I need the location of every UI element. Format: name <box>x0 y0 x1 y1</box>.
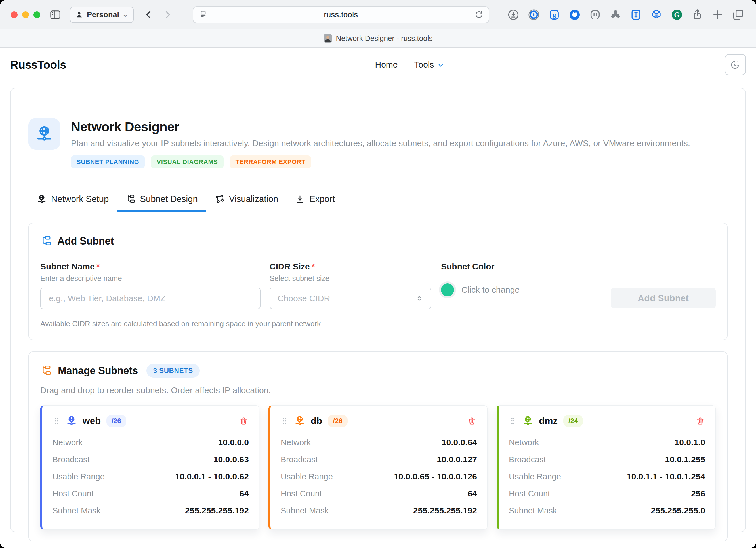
site-header: RussTools Home Tools <box>0 48 756 82</box>
tab-export[interactable]: Export <box>287 190 343 212</box>
select-chevrons-icon <box>415 294 423 302</box>
subnet-detail-rows: Network 10.0.0.0 Broadcast 10.0.0.63 Usa… <box>53 434 249 519</box>
cat-extension-icon[interactable] <box>568 8 582 22</box>
delete-subnet-button[interactable] <box>239 416 249 426</box>
page-description: Plan and visualize your IP subnets inter… <box>71 139 690 148</box>
svg-text:G: G <box>674 11 679 19</box>
subnet-cards: web /26 Network 10.0.0.0 Broadcast 10.0.… <box>40 405 716 530</box>
instapaper-extension-icon[interactable] <box>629 8 643 22</box>
add-subnet-button[interactable]: Add Subnet <box>611 288 716 308</box>
detail-label: Subnet Mask <box>509 506 557 515</box>
history-nav <box>142 8 175 22</box>
nav-item-tools[interactable]: Tools <box>414 60 444 70</box>
tab-network-setup[interactable]: Network Setup <box>28 190 117 212</box>
detail-value: 64 <box>240 489 249 498</box>
manage-subnets-panel: Manage Subnets 3 SUBNETS Drag and drop t… <box>28 351 728 541</box>
required-asterisk: * <box>312 262 315 271</box>
detail-value: 10.0.0.65 - 10.0.0.126 <box>394 472 477 481</box>
subnet-cidr-badge: /24 <box>563 415 583 427</box>
drag-handle-icon[interactable] <box>53 416 60 426</box>
subnet-cidr-badge: /26 <box>106 415 126 427</box>
zoom-window-button[interactable] <box>33 11 40 18</box>
detail-value: 10.0.1.1 - 10.0.1.254 <box>627 472 705 481</box>
drag-handle-icon[interactable] <box>509 416 517 426</box>
subnet-detail-rows: Network 10.0.1.0 Broadcast 10.0.1.255 Us… <box>509 434 705 519</box>
tab-visualization[interactable]: Visualization <box>206 190 287 212</box>
subnet-detail-row: Usable Range 10.0.0.65 - 10.0.0.126 <box>281 468 477 485</box>
toolbar-right-icons: g <box>506 8 745 22</box>
manage-subnets-title: Manage Subnets <box>58 365 138 377</box>
brand-logo[interactable]: RussTools <box>10 58 66 71</box>
subnet-detail-rows: Network 10.0.0.64 Broadcast 10.0.0.127 U… <box>281 434 477 519</box>
detail-value: 10.0.1.0 <box>675 438 705 447</box>
detail-label: Host Count <box>53 489 94 498</box>
sidebar-toggle-icon[interactable] <box>48 8 62 22</box>
cube-extension-icon[interactable] <box>649 8 663 22</box>
page-title: Network Designer <box>71 119 690 135</box>
g-extension-icon[interactable]: g <box>547 8 561 22</box>
detail-value: 10.0.0.0 <box>218 438 249 447</box>
subnet-count-badge: 3 SUBNETS <box>146 364 200 377</box>
reload-icon[interactable] <box>474 9 484 20</box>
subnet-detail-row: Subnet Mask 255.255.255.0 <box>509 502 705 519</box>
subnet-detail-row: Network 10.0.0.0 <box>53 434 249 451</box>
delete-subnet-button[interactable] <box>467 416 477 426</box>
cidr-select[interactable]: Choose CIDR <box>270 287 431 309</box>
detail-label: Host Count <box>281 489 322 498</box>
subnet-name-input-wrap <box>40 287 261 309</box>
chevron-down-icon: ⌄ <box>123 11 128 18</box>
detail-label: Broadcast <box>509 455 546 464</box>
manage-subnets-description: Drag and drop to reorder subnets. Order … <box>40 385 716 395</box>
list-tree-icon <box>126 194 135 204</box>
subnet-detail-row: Broadcast 10.0.1.255 <box>509 451 705 468</box>
detail-value: 10.0.0.127 <box>437 455 477 464</box>
subnet-name-input[interactable] <box>48 293 253 303</box>
back-button[interactable] <box>142 8 156 22</box>
cidr-size-field-group: CIDR Size* Select subnet size Choose CID… <box>270 262 431 309</box>
mastodon-extension-icon[interactable] <box>588 8 602 22</box>
url-text: russ.tools <box>208 10 474 19</box>
delete-subnet-button[interactable] <box>695 416 705 426</box>
subnet-color-field-group: Subnet Color Click to change <box>441 262 520 296</box>
browser-toolbar: Personal ⌄ russ.tools <box>0 0 756 30</box>
tool-container: Network Designer Plan and visualize your… <box>10 88 746 532</box>
chevron-down-icon <box>437 62 444 69</box>
forward-button[interactable] <box>160 8 175 22</box>
profile-switcher[interactable]: Personal ⌄ <box>70 7 134 23</box>
badge-visual-diagrams: VISUAL DIAGRAMS <box>151 156 223 169</box>
subnet-detail-row: Broadcast 10.0.0.127 <box>281 451 477 468</box>
minimize-window-button[interactable] <box>22 11 29 18</box>
add-subnet-panel: Add Subnet Subnet Name* Enter a descript… <box>28 223 728 340</box>
reader-view-icon[interactable] <box>198 9 208 20</box>
graph-nodes-icon <box>215 194 224 204</box>
hero-text: Network Designer Plan and visualize your… <box>71 118 690 169</box>
subnet-globe-icon <box>66 415 77 426</box>
password-manager-extension-icon[interactable] <box>527 8 541 22</box>
subnet-detail-row: Host Count 64 <box>281 485 477 502</box>
downloads-icon[interactable] <box>506 8 520 22</box>
drag-handle-icon[interactable] <box>281 416 289 426</box>
subnet-detail-row: Usable Range 10.0.0.1 - 10.0.0.62 <box>53 468 249 485</box>
grammarly-extension-icon[interactable]: G <box>670 8 684 22</box>
network-globe-icon <box>37 194 47 204</box>
nav-item-home[interactable]: Home <box>375 60 398 70</box>
leaf-extension-icon[interactable] <box>608 8 623 22</box>
subnet-card-header: db /26 <box>281 415 477 427</box>
tool-hero: Network Designer Plan and visualize your… <box>28 118 728 169</box>
download-icon <box>295 194 305 204</box>
active-tab-title[interactable]: Network Designer - russ.tools <box>336 34 433 43</box>
detail-label: Usable Range <box>53 472 105 481</box>
add-subnet-title: Add Subnet <box>57 235 114 247</box>
tab-subnet-design[interactable]: Subnet Design <box>117 190 206 212</box>
close-window-button[interactable] <box>11 11 18 18</box>
color-swatch[interactable] <box>441 283 454 296</box>
share-icon[interactable] <box>690 8 704 22</box>
address-bar[interactable]: russ.tools <box>193 6 490 23</box>
tab-overview-icon[interactable] <box>731 8 745 22</box>
new-tab-icon[interactable] <box>711 8 725 22</box>
detail-label: Usable Range <box>281 472 333 481</box>
subnet-detail-row: Usable Range 10.0.1.1 - 10.0.1.254 <box>509 468 705 485</box>
dark-mode-toggle[interactable] <box>725 54 746 75</box>
detail-label: Broadcast <box>281 455 318 464</box>
detail-value: 10.0.0.1 - 10.0.0.62 <box>175 472 249 481</box>
